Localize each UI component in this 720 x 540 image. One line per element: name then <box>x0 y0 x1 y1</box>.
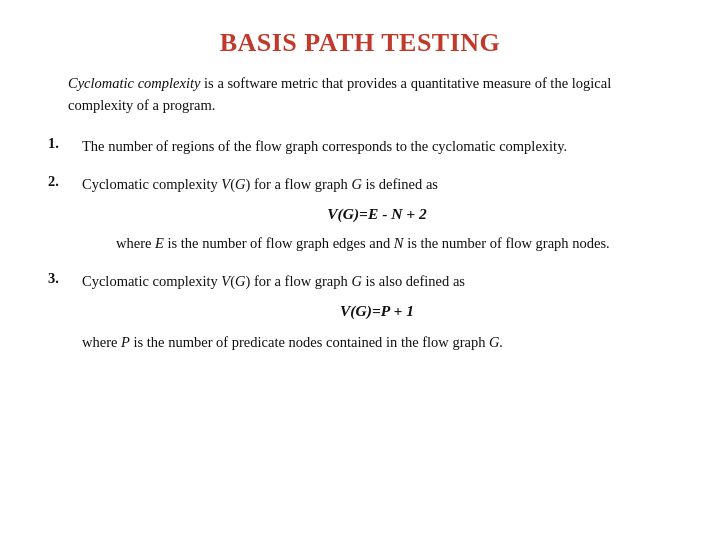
item-3-vg: V <box>221 273 230 289</box>
item-3-where: where P is the number of predicate nodes… <box>82 331 672 353</box>
item-2-graph-g: G <box>351 176 361 192</box>
list-item-3: 3. Cyclomatic complexity V(G) for a flow… <box>48 270 672 353</box>
item-1-text: The number of regions of the flow graph … <box>82 135 672 157</box>
item-3-graph-g: G <box>351 273 361 289</box>
item-2-g: G <box>235 176 245 192</box>
item-3-content: Cyclomatic complexity V(G) for a flow gr… <box>82 270 672 353</box>
item-2-formula: V(G)=E - N + 2 <box>82 202 672 226</box>
content-list: 1. The number of regions of the flow gra… <box>48 135 672 369</box>
intro-paragraph: Cyclomatic complexity is a software metr… <box>48 72 672 117</box>
item-2-e-var: E <box>155 235 164 251</box>
item-2-number: 2. <box>48 173 82 190</box>
list-item-2: 2. Cyclomatic complexity V(G) for a flow… <box>48 173 672 254</box>
item-3-p-var: P <box>121 334 130 350</box>
page-container: BASIS PATH TESTING Cyclomatic complexity… <box>0 0 720 540</box>
item-3-g: G <box>235 273 245 289</box>
item-1-number: 1. <box>48 135 82 152</box>
list-item-1: 1. The number of regions of the flow gra… <box>48 135 672 157</box>
intro-italic-part: Cyclomatic complexity <box>68 75 200 91</box>
item-2-vg: V <box>221 176 230 192</box>
item-3-label: Cyclomatic complexity V(G) for a flow gr… <box>82 270 672 292</box>
item-3-g2: G. <box>489 334 503 350</box>
item-2-label-prefix: Cyclomatic complexity V(G) for a flow gr… <box>82 176 438 192</box>
item-2-n-var: N <box>394 235 404 251</box>
item-3-number: 3. <box>48 270 82 287</box>
item-3-formula-text: V(G)=P + 1 <box>340 302 414 319</box>
item-3-formula: V(G)=P + 1 <box>82 299 672 323</box>
item-2-formula-text: V(G)=E - N + 2 <box>327 205 427 222</box>
item-2-content: Cyclomatic complexity V(G) for a flow gr… <box>82 173 672 254</box>
page-title: BASIS PATH TESTING <box>48 28 672 58</box>
item-2-where: where E is the number of flow graph edge… <box>82 232 672 254</box>
